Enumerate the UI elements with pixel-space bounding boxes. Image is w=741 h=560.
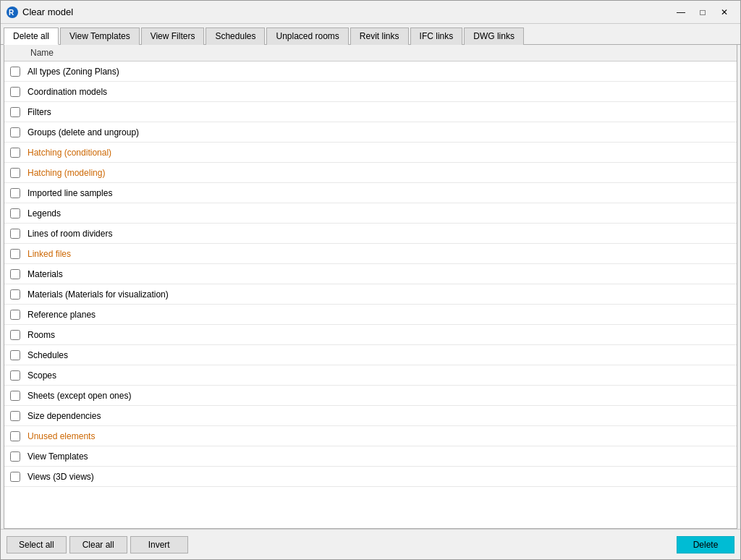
checkbox-14[interactable] — [10, 350, 20, 360]
item-label: Filters — [27, 107, 51, 117]
checkbox-10[interactable] — [10, 269, 20, 279]
checkbox-20[interactable] — [10, 472, 20, 482]
list-item: View Templates — [4, 446, 737, 467]
item-label: Sheets (except open ones) — [27, 391, 131, 401]
tab-bar: Delete allView TemplatesView FiltersSche… — [1, 24, 740, 45]
list-header: Name — [4, 45, 737, 61]
list-item: Scopes — [4, 365, 737, 386]
item-label: Size dependencies — [27, 411, 101, 421]
item-label: Rooms — [27, 330, 55, 340]
checkbox-1[interactable] — [10, 87, 20, 97]
checkbox-5[interactable] — [10, 168, 20, 178]
minimize-button[interactable]: — — [671, 5, 691, 20]
title-bar: R Clear model — □ ✕ — [1, 1, 740, 24]
item-label: Coordination models — [27, 87, 107, 97]
list-item: Views (3D views) — [4, 467, 737, 487]
checkbox-6[interactable] — [10, 188, 20, 198]
tab-view-templates[interactable]: View Templates — [60, 27, 140, 45]
tab-schedules[interactable]: Schedules — [206, 27, 265, 45]
checkbox-15[interactable] — [10, 370, 20, 381]
checkbox-4[interactable] — [10, 148, 20, 158]
list-item: Filters — [4, 102, 737, 122]
list-item: Legends — [4, 203, 737, 224]
bottom-bar: Select all Clear all Invert Delete — [1, 529, 740, 559]
checkbox-3[interactable] — [10, 127, 20, 137]
list-item: Groups (delete and ungroup) — [4, 122, 737, 143]
tab-dwg-links[interactable]: DWG links — [464, 27, 524, 45]
tab-unplaced-rooms[interactable]: Unplaced rooms — [266, 27, 348, 45]
list-item: Hatching (conditional) — [4, 143, 737, 163]
list-item: Coordination models — [4, 82, 737, 102]
list-item: Lines of room dividers — [4, 224, 737, 244]
svg-text:R: R — [9, 9, 14, 17]
select-all-button[interactable]: Select all — [7, 536, 67, 553]
action-buttons-left: Select all Clear all Invert — [7, 536, 188, 553]
list-item: Unused elements — [4, 426, 737, 446]
content-area: Name All types (Zoning Plans)Coordinatio… — [4, 45, 737, 529]
list-item: Reference planes — [4, 305, 737, 325]
tab-view-filters[interactable]: View Filters — [141, 27, 205, 45]
item-label: Schedules — [27, 350, 68, 360]
item-label: Hatching (conditional) — [27, 148, 111, 158]
delete-button[interactable]: Delete — [677, 536, 734, 553]
checkbox-19[interactable] — [10, 451, 20, 462]
item-label: Materials — [27, 269, 63, 279]
action-buttons-right: Delete — [677, 536, 734, 553]
checkbox-2[interactable] — [10, 107, 20, 117]
list-item: Rooms — [4, 325, 737, 345]
app-icon: R — [7, 7, 18, 18]
item-label: Linked files — [27, 249, 71, 259]
list-item: Materials (Materials for visualization) — [4, 284, 737, 305]
clear-all-button[interactable]: Clear all — [69, 536, 127, 553]
tab-revit-links[interactable]: Revit links — [350, 27, 409, 45]
checkbox-8[interactable] — [10, 229, 20, 239]
list-item: Imported line samples — [4, 183, 737, 203]
item-label: All types (Zoning Plans) — [27, 67, 119, 77]
window-controls: — □ ✕ — [671, 5, 734, 20]
list-item: Schedules — [4, 345, 737, 365]
item-label: Reference planes — [27, 310, 96, 320]
list-item: Hatching (modeling) — [4, 163, 737, 183]
checkbox-0[interactable] — [10, 67, 20, 77]
item-label: Imported line samples — [27, 188, 112, 198]
list-item: Sheets (except open ones) — [4, 386, 737, 406]
list-item: Linked files — [4, 244, 737, 264]
item-label: Scopes — [27, 370, 56, 381]
list-item: Size dependencies — [4, 406, 737, 426]
checkbox-12[interactable] — [10, 310, 20, 320]
checkbox-18[interactable] — [10, 431, 20, 441]
item-label: Materials (Materials for visualization) — [27, 289, 169, 300]
checkbox-13[interactable] — [10, 330, 20, 340]
close-button[interactable]: ✕ — [714, 5, 734, 20]
item-list[interactable]: All types (Zoning Plans)Coordination mod… — [4, 61, 737, 528]
checkbox-17[interactable] — [10, 411, 20, 421]
item-label: Unused elements — [27, 431, 95, 441]
window-title: Clear model — [22, 7, 671, 17]
item-label: Hatching (modeling) — [27, 168, 105, 178]
item-label: Legends — [27, 208, 61, 219]
checkbox-11[interactable] — [10, 289, 20, 300]
checkbox-7[interactable] — [10, 208, 20, 219]
maximize-button[interactable]: □ — [693, 5, 713, 20]
checkbox-9[interactable] — [10, 249, 20, 259]
tab-ifc-links[interactable]: IFC links — [410, 27, 463, 45]
item-label: Groups (delete and ungroup) — [27, 127, 139, 137]
item-label: Views (3D views) — [27, 472, 94, 482]
tab-delete-all[interactable]: Delete all — [4, 27, 59, 45]
list-item: All types (Zoning Plans) — [4, 61, 737, 82]
main-window: R Clear model — □ ✕ Delete allView Templ… — [0, 0, 741, 560]
checkbox-16[interactable] — [10, 391, 20, 401]
item-label: Lines of room dividers — [27, 229, 112, 239]
list-item: Materials — [4, 264, 737, 284]
invert-button[interactable]: Invert — [130, 536, 188, 553]
item-label: View Templates — [27, 451, 88, 462]
